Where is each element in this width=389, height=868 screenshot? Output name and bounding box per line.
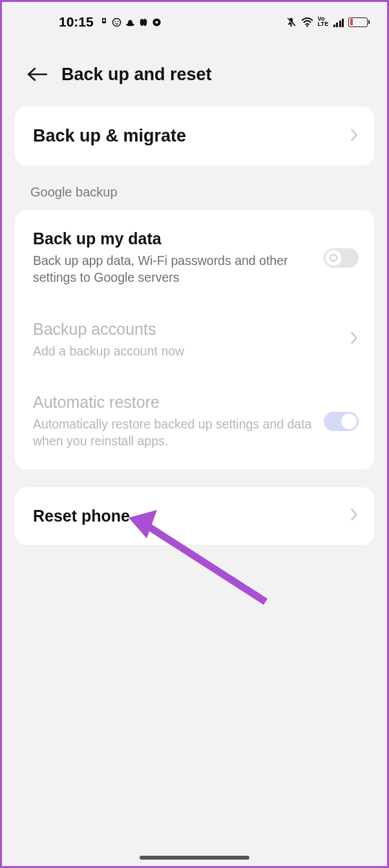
navigation-handle[interactable] — [140, 856, 249, 860]
toggle-backup-my-data[interactable] — [324, 248, 359, 268]
card-google-backup: Back up my data Back up app data, Wi-Fi … — [15, 210, 374, 469]
arrow-left-icon — [26, 67, 48, 82]
donut-icon — [152, 17, 162, 27]
svg-point-4 — [117, 21, 118, 22]
svg-point-7 — [143, 18, 147, 25]
svg-point-2 — [112, 18, 120, 26]
row-automatic-restore[interactable]: Automatic restore Automatically restore … — [15, 376, 374, 467]
row-backup-my-data[interactable]: Back up my data Back up app data, Wi-Fi … — [15, 213, 374, 303]
chevron-right-icon — [350, 331, 359, 348]
row-reset-phone[interactable]: Reset phone — [15, 487, 374, 545]
emoji-icon — [112, 17, 121, 27]
row-title: Back up my data — [33, 229, 315, 248]
row-subtitle: Add a backup account now — [33, 343, 341, 359]
page-title: Back up and reset — [61, 65, 212, 85]
chevron-right-icon — [350, 128, 359, 145]
pill-icon — [139, 17, 148, 27]
card-backup-migrate: Back up & migrate — [15, 107, 374, 165]
download-icon — [100, 18, 108, 26]
row-backup-migrate[interactable]: Back up & migrate — [15, 107, 374, 165]
chevron-right-icon — [350, 507, 359, 524]
status-right: VoLTE — [286, 17, 368, 28]
status-left: 10:15 — [59, 14, 162, 30]
status-time: 10:15 — [59, 14, 94, 30]
page-header: Back up and reset — [2, 37, 387, 107]
back-button[interactable] — [25, 63, 48, 86]
card-reset-phone: Reset phone — [15, 487, 374, 545]
svg-rect-1 — [103, 19, 105, 21]
svg-point-13 — [306, 25, 308, 26]
row-title: Reset phone — [33, 507, 341, 525]
mute-icon — [286, 17, 297, 28]
battery-icon — [348, 17, 368, 27]
svg-point-10 — [290, 25, 292, 26]
wifi-icon — [301, 17, 313, 27]
status-bar: 10:15 VoLTE — [2, 2, 387, 37]
row-backup-accounts[interactable]: Backup accounts Add a backup account now — [15, 303, 374, 376]
svg-point-9 — [155, 21, 158, 23]
row-title: Back up & migrate — [33, 126, 341, 146]
signal-icon — [333, 17, 344, 27]
hat-icon — [125, 18, 135, 26]
row-title: Automatic restore — [33, 393, 315, 412]
toggle-automatic-restore[interactable] — [324, 412, 359, 431]
row-title: Backup accounts — [33, 320, 341, 339]
svg-point-3 — [114, 21, 116, 22]
row-subtitle: Automatically restore backed up settings… — [33, 416, 315, 450]
row-subtitle: Back up app data, Wi-Fi passwords and ot… — [33, 252, 315, 286]
status-notification-icons — [100, 17, 162, 27]
section-label-google-backup: Google backup — [2, 165, 387, 210]
volte-icon: VoLTE — [318, 17, 329, 26]
